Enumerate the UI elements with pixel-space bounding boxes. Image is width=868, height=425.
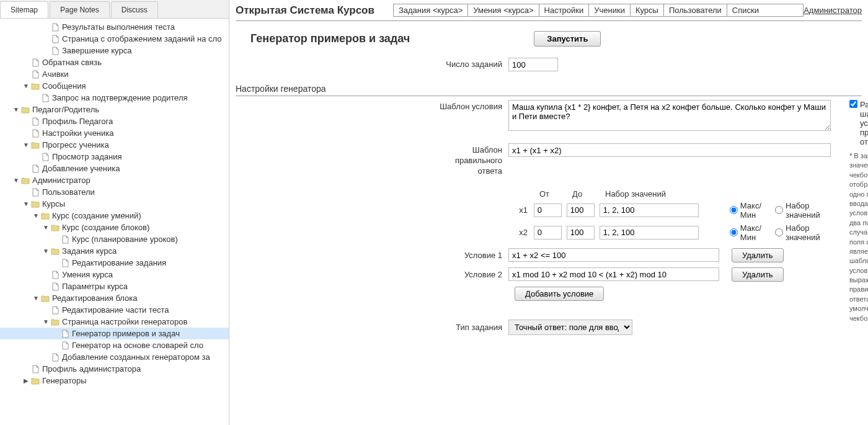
folder-icon xyxy=(31,141,40,150)
tree-item[interactable]: Параметры курса xyxy=(0,280,229,292)
top-nav-link[interactable]: Умения <курса> xyxy=(467,4,538,17)
tree-label: Завершение курса xyxy=(62,46,131,55)
page-icon xyxy=(31,58,40,67)
type-label: Тип задания xyxy=(434,321,508,333)
tree-item[interactable]: ▼Задания курса xyxy=(0,245,229,257)
tree-toggle-icon[interactable]: ▼ xyxy=(42,318,50,325)
page-icon xyxy=(31,129,40,138)
tree-item[interactable]: Просмотр задания xyxy=(0,151,229,163)
add-condition-button[interactable]: Добавить условие xyxy=(515,287,604,301)
tree-item[interactable]: Завершение курса xyxy=(0,45,229,56)
tree-label: Педагог/Родитель xyxy=(32,105,99,114)
tree-toggle-icon[interactable]: ▼ xyxy=(42,248,50,254)
tab-discuss[interactable]: Discuss xyxy=(111,1,158,18)
tree-item[interactable]: ▼Администратор xyxy=(0,174,229,186)
tree-item[interactable]: ▶Генераторы xyxy=(0,375,229,387)
top-nav-link[interactable]: Настройки xyxy=(539,4,589,17)
tree-toggle-icon[interactable]: ▼ xyxy=(32,295,40,302)
tree-item[interactable]: Курс (планирование уроков) xyxy=(0,233,229,245)
separate-templates-checkbox[interactable]: Раздельные шаблоны условия и правильного… xyxy=(849,100,868,146)
template-textarea[interactable]: Маша купила {x1 * 2} конфет, а Петя на x… xyxy=(508,100,831,131)
tree-label: Добавление ученика xyxy=(42,164,120,173)
tree-item[interactable]: ▼Курс (создание блоков) xyxy=(0,221,229,233)
tree-item[interactable]: Страница с отображением заданий на сло xyxy=(0,33,229,45)
top-nav-link[interactable]: Списки xyxy=(727,4,804,17)
top-nav-link[interactable]: Задания <курса> xyxy=(393,4,467,17)
folder-icon xyxy=(21,176,30,185)
tree-toggle-icon[interactable]: ▼ xyxy=(42,224,50,231)
type-select[interactable]: Точный ответ: поле для ввода xyxy=(508,320,632,335)
cond1-input[interactable] xyxy=(508,248,719,262)
cond1-delete[interactable]: Удалить xyxy=(732,248,784,262)
tree-toggle-icon[interactable]: ▼ xyxy=(12,106,20,113)
tree-label: Результаты выполнения теста xyxy=(62,22,175,32)
tree-item[interactable]: Профиль администратора xyxy=(0,363,229,375)
folder-icon xyxy=(31,377,40,385)
tree-item[interactable]: Настройки ученика xyxy=(0,127,229,139)
x1-radio-minmax[interactable]: Макс/Мин xyxy=(730,201,763,220)
folder-icon xyxy=(51,318,60,326)
x1-to[interactable] xyxy=(567,204,595,217)
x1-label: x1 xyxy=(515,205,534,215)
count-input[interactable] xyxy=(508,58,558,71)
tree-item[interactable]: Генератор на основе словарей сло xyxy=(0,339,229,351)
x1-set[interactable] xyxy=(600,204,699,217)
top-nav-link[interactable]: Ученики xyxy=(588,4,630,17)
tree-item[interactable]: Умения курса xyxy=(0,269,229,280)
admin-link[interactable]: Администратор xyxy=(804,6,862,15)
tree-item[interactable]: ▼Прогресс ученика xyxy=(0,139,229,151)
tree-item[interactable]: ▼Редактирования блока xyxy=(0,292,229,304)
tab-sitemap[interactable]: Sitemap xyxy=(0,1,48,18)
run-button[interactable]: Запустить xyxy=(534,31,601,47)
x2-radio-set[interactable]: Набор значений xyxy=(775,223,825,242)
tree-item[interactable]: Редактирование задания xyxy=(0,257,229,269)
tree-label: Просмотр задания xyxy=(52,152,122,161)
x2-set[interactable] xyxy=(600,226,699,239)
folder-icon xyxy=(41,294,50,303)
tree-item[interactable]: ▼Педагог/Родитель xyxy=(0,104,229,115)
tree-label: Курс (создание умений) xyxy=(52,211,141,220)
cond2-input[interactable] xyxy=(508,267,719,281)
sidebar: Sitemap Page Notes Discuss Результаты вы… xyxy=(0,0,229,425)
count-label: Число заданий xyxy=(434,58,508,70)
tree-toggle-icon[interactable]: ▼ xyxy=(22,200,30,207)
page-icon xyxy=(31,365,40,374)
tree-toggle-icon[interactable]: ▼ xyxy=(32,212,40,219)
tree-toggle-icon[interactable]: ▼ xyxy=(12,177,20,184)
tree-toggle-icon[interactable]: ▼ xyxy=(22,83,30,89)
tree-toggle-icon[interactable]: ▼ xyxy=(22,141,30,148)
x2-to[interactable] xyxy=(567,226,595,239)
x2-radio-minmax[interactable]: Макс/Мин xyxy=(730,223,763,242)
page-icon xyxy=(51,306,60,315)
x1-from[interactable] xyxy=(534,204,562,217)
tree-item[interactable]: ▼Курс (создание умений) xyxy=(0,210,229,221)
tree-item[interactable]: ▼Сообщения xyxy=(0,80,229,92)
top-nav-link[interactable]: Пользователи xyxy=(663,4,727,17)
tree-toggle-icon[interactable]: ▶ xyxy=(22,377,30,384)
top-nav-link[interactable]: Курсы xyxy=(630,4,663,17)
tree-label: Генератор примеров и задач xyxy=(72,329,180,338)
tab-pagenotes[interactable]: Page Notes xyxy=(50,1,110,18)
answer-input[interactable] xyxy=(508,143,831,157)
tree-item[interactable]: Обратная связь xyxy=(0,56,229,68)
tree-item[interactable]: Добавление ученика xyxy=(0,163,229,174)
tree-item[interactable]: Результаты выполнения теста xyxy=(0,21,229,33)
x1-radio-set[interactable]: Набор значений xyxy=(775,201,825,220)
tree-item[interactable]: Добавление созданных генератором за xyxy=(0,351,229,363)
tree-label: Генераторы xyxy=(42,376,87,385)
x2-from[interactable] xyxy=(534,226,562,239)
page-icon xyxy=(51,35,60,43)
tree-item[interactable]: ▼Курсы xyxy=(0,198,229,210)
tree-item[interactable]: Генератор примеров и задач xyxy=(0,328,229,339)
tree-item[interactable]: Запрос на подтверждение родителя xyxy=(0,92,229,104)
tree-item[interactable]: Профиль Педагога xyxy=(0,115,229,127)
header: Открытая Система Курсов Задания <курса>У… xyxy=(236,0,862,21)
tree-label: Пользователи xyxy=(42,187,95,197)
tree-item[interactable]: Редактирование части теста xyxy=(0,304,229,316)
tree-item[interactable]: Ачивки xyxy=(0,68,229,80)
tree-item[interactable]: Пользователи xyxy=(0,186,229,198)
tree-item[interactable]: ▼Страница настройки генераторов xyxy=(0,316,229,328)
x2-label: x2 xyxy=(515,228,534,237)
top-nav: Задания <курса>Умения <курса>НастройкиУч… xyxy=(393,4,804,17)
cond2-delete[interactable]: Удалить xyxy=(732,267,784,282)
